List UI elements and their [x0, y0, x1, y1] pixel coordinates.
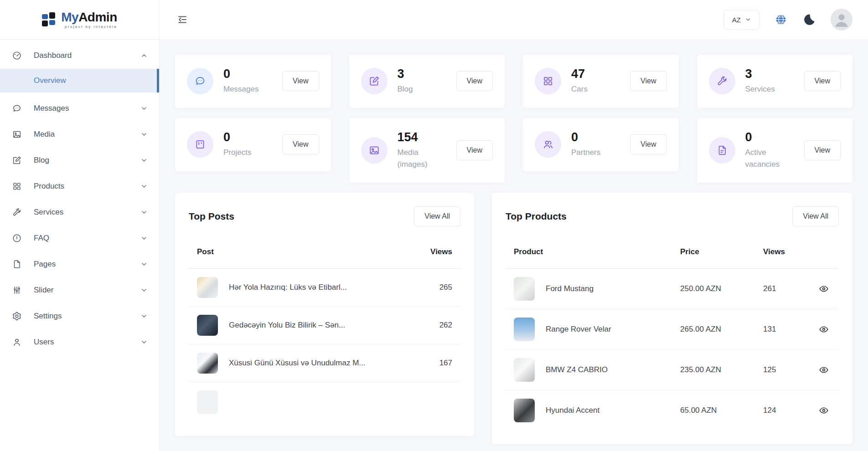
stat-card-partners: 0 Partners View [523, 118, 679, 171]
dashboard-content: 0 Messages View 3 Blog View [160, 39, 868, 451]
sidebar-item-faq[interactable]: FAQ [0, 225, 159, 251]
view-button[interactable]: View [630, 71, 666, 91]
sidebar-item-messages[interactable]: Messages [0, 95, 159, 121]
sidebar-item-settings[interactable]: Settings [0, 303, 159, 329]
view-button[interactable]: View [630, 134, 666, 154]
sidebar-collapse-icon[interactable] [175, 12, 190, 27]
table-row: Range Rover Velar 265.00 AZN 131 [506, 309, 839, 350]
sliders-icon [12, 285, 22, 295]
chevron-down-icon [141, 261, 147, 267]
language-dropdown[interactable]: AZ [723, 10, 760, 30]
stat-value: 0 [571, 131, 600, 144]
eye-icon[interactable] [817, 282, 831, 296]
product-views: 124 [763, 406, 811, 415]
sidebar-item-slider[interactable]: Slider [0, 277, 159, 303]
people-icon [535, 131, 561, 158]
post-thumbnail [197, 315, 218, 336]
sidebar-item-products[interactable]: Products [0, 173, 159, 199]
chevron-down-icon [745, 17, 751, 22]
stat-value: 0 [223, 131, 251, 144]
sidebar-item-label: Media [34, 130, 141, 139]
top-products-panel: Top Products View All Product Price View… [492, 193, 852, 444]
product-name: Hyundai Accent [546, 406, 680, 415]
stat-card-cars: 47 Cars View [523, 55, 679, 108]
product-price: 235.00 AZN [680, 365, 763, 374]
sidebar-item-label: Products [34, 182, 141, 191]
sidebar-item-overview[interactable]: Overview [0, 69, 159, 92]
user-avatar[interactable] [831, 9, 852, 31]
sidebar-item-label: Settings [34, 312, 141, 321]
view-button[interactable]: View [282, 134, 319, 154]
product-views: 131 [763, 325, 811, 334]
product-views: 125 [763, 365, 811, 374]
eye-icon[interactable] [817, 323, 831, 336]
eye-icon[interactable] [817, 404, 831, 417]
post-thumbnail [197, 353, 218, 374]
language-value: AZ [732, 16, 741, 24]
eye-icon[interactable] [817, 363, 831, 377]
chevron-down-icon [141, 313, 147, 319]
stat-label: Active vacancies [745, 147, 796, 170]
app-logo[interactable]: MyAdmin project by intactdia [0, 0, 159, 40]
stat-label: Media (images) [398, 147, 449, 170]
stat-card-blog: 3 Blog View [349, 55, 505, 108]
table-row: Hər Yola Hazırıq: Lüks və Etibarl... 265 [189, 269, 460, 307]
sidebar-item-users[interactable]: Users [0, 329, 159, 355]
stat-label: Messages [223, 83, 258, 95]
product-name: Ford Mustang [546, 284, 680, 293]
chevron-down-icon [141, 183, 147, 190]
view-all-button[interactable]: View All [792, 206, 839, 226]
stat-label: Cars [571, 83, 588, 95]
grid-icon [12, 181, 22, 191]
sidebar-item-blog[interactable]: Blog [0, 147, 159, 173]
stat-card-services: 3 Services View [697, 55, 853, 108]
view-button[interactable]: View [804, 71, 841, 91]
view-button[interactable]: View [456, 140, 493, 160]
dark-mode-moon-icon[interactable] [802, 13, 816, 26]
sidebar-item-dashboard[interactable]: Dashboard [0, 44, 159, 67]
post-views: 265 [416, 283, 452, 292]
post-thumbnail-placeholder [197, 390, 218, 414]
stat-label: Projects [223, 147, 251, 159]
sidebar-item-label: Slider [34, 286, 141, 295]
product-price: 65.00 AZN [680, 406, 763, 415]
wrench-icon [709, 68, 735, 94]
product-price: 250.00 AZN [680, 284, 763, 293]
product-price: 265.00 AZN [680, 325, 763, 334]
view-button[interactable]: View [456, 71, 493, 91]
globe-icon[interactable] [774, 13, 788, 26]
chevron-down-icon [141, 131, 147, 138]
active-indicator [157, 69, 159, 92]
chevron-up-icon [141, 52, 147, 59]
stat-value: 3 [745, 67, 775, 80]
panel-title: Top Posts [189, 211, 234, 222]
product-name: BMW Z4 CABRIO [546, 365, 680, 374]
panel-title: Top Products [506, 211, 567, 222]
chevron-down-icon [141, 157, 147, 164]
column-header-post: Post [197, 247, 416, 256]
view-button[interactable]: View [282, 71, 319, 91]
chevron-down-icon [141, 339, 147, 345]
stat-card-projects: 0 Projects View [175, 118, 331, 171]
speedometer-icon [12, 51, 22, 61]
sidebar-item-label: FAQ [34, 234, 141, 243]
sidebar-item-pages[interactable]: Pages [0, 251, 159, 277]
product-thumbnail [514, 399, 535, 422]
sidebar-item-media[interactable]: Media [0, 121, 159, 147]
stat-value: 0 [745, 131, 796, 144]
sidebar-item-label: Blog [34, 156, 141, 165]
view-all-button[interactable]: View All [414, 206, 460, 226]
post-title: Gedəcəyin Yolu Biz Bilirik – Sən... [229, 321, 416, 330]
chat-icon [187, 68, 213, 94]
top-posts-panel: Top Posts View All Post Views Hər Yola H… [175, 193, 474, 436]
stat-value: 3 [398, 67, 413, 80]
edit-icon [12, 155, 22, 165]
column-header-views: Views [416, 247, 452, 256]
table-row [189, 382, 460, 422]
sidebar-item-label: Pages [34, 260, 141, 269]
chevron-down-icon [141, 105, 147, 112]
stat-card-vacancies: 0 Active vacancies View [697, 118, 853, 183]
sidebar-item-services[interactable]: Services [0, 199, 159, 225]
wrench-icon [12, 207, 22, 217]
view-button[interactable]: View [804, 140, 841, 160]
